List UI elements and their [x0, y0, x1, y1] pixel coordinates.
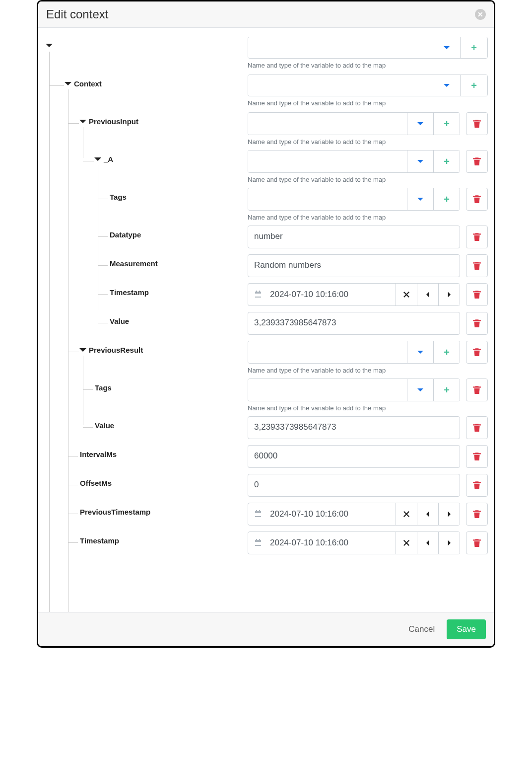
plus-icon: +: [444, 119, 450, 129]
timestamp-a-clear-button[interactable]: [396, 284, 417, 305]
root-variable-seg: +: [248, 37, 488, 59]
chevron-left-icon: [425, 291, 431, 298]
chevron-right-icon: [446, 291, 452, 298]
trash-icon: [472, 319, 481, 328]
timestamp-delete-button[interactable]: [466, 531, 488, 554]
previousinput-variable-name-input[interactable]: [248, 113, 407, 135]
tags-a-delete-button[interactable]: [466, 188, 488, 211]
offsetms-input[interactable]: 0: [248, 474, 460, 497]
timestamp-datetime-input[interactable]: 2024-07-10 10:16:00: [268, 532, 396, 554]
root-type-dropdown[interactable]: [433, 37, 460, 58]
previousresult-type-dropdown[interactable]: [407, 341, 433, 363]
tags-pr-variable-name-input[interactable]: [248, 379, 407, 401]
tree-label-intervalms: IntervalMs: [80, 450, 117, 458]
plus-icon: +: [444, 194, 450, 204]
previousresult-add-button[interactable]: +: [433, 341, 460, 363]
previousinput-add-button[interactable]: +: [433, 113, 460, 135]
trash-icon: [472, 195, 481, 204]
save-button[interactable]: Save: [447, 619, 486, 639]
tags-pr-delete-button[interactable]: [466, 378, 488, 401]
trash-icon: [472, 119, 481, 128]
chevron-left-icon: [425, 539, 431, 546]
calendar-icon: [248, 532, 268, 554]
chevron-down-icon[interactable]: [94, 155, 102, 163]
chevron-down-icon[interactable]: [79, 118, 87, 126]
close-icon: [403, 291, 410, 298]
previoustimestamp-clear-button[interactable]: [396, 503, 417, 525]
context-type-dropdown[interactable]: [433, 75, 460, 96]
chevron-down-icon: [416, 157, 424, 165]
intervalms-delete-button[interactable]: [466, 445, 488, 468]
dialog-footer: Cancel Save: [38, 612, 494, 646]
root-add-button[interactable]: +: [460, 37, 487, 58]
trash-icon: [472, 261, 481, 270]
tree-label-value-a: Value: [110, 317, 129, 325]
timestamp-a-delete-button[interactable]: [466, 283, 488, 306]
a-type-dropdown[interactable]: [407, 151, 433, 172]
chevron-down-icon: [443, 44, 451, 52]
previoustimestamp-prev-button[interactable]: [417, 503, 438, 525]
measurement-delete-button[interactable]: [466, 254, 488, 277]
measurement-input[interactable]: Random numbers: [248, 254, 460, 277]
tree-label-value-pr: Value: [95, 421, 114, 430]
helper-text: Name and type of the variable to add to …: [248, 138, 488, 146]
chevron-down-icon[interactable]: [64, 80, 72, 88]
previoustimestamp-datetime-input[interactable]: 2024-07-10 10:16:00: [268, 503, 396, 525]
timestamp-next-button[interactable]: [438, 532, 460, 554]
chevron-down-icon: [416, 195, 424, 203]
close-icon: [403, 539, 410, 546]
close-icon: ✕: [477, 11, 483, 18]
value-pr-input[interactable]: 3,2393373985647873: [248, 416, 460, 439]
datatype-delete-button[interactable]: [466, 226, 488, 248]
tags-a-type-dropdown[interactable]: [407, 188, 433, 210]
timestamp-prev-button[interactable]: [417, 532, 438, 554]
trash-icon: [472, 452, 481, 461]
dialog-body: + Name and type of the variable to add t…: [38, 28, 494, 612]
plus-icon: +: [444, 385, 450, 395]
tree-label-a: _A: [104, 155, 113, 163]
chevron-left-icon: [425, 511, 431, 518]
a-variable-name-input[interactable]: [248, 151, 407, 172]
timestamp-a-datetime-input[interactable]: 2024-07-10 10:16:00: [268, 284, 396, 305]
value-a-input[interactable]: 3,2393373985647873: [248, 312, 460, 335]
timestamp-a-next-button[interactable]: [438, 284, 460, 305]
previousinput-type-dropdown[interactable]: [407, 113, 433, 135]
helper-text: Name and type of the variable to add to …: [248, 214, 488, 221]
dialog-header: Edit context ✕: [38, 1, 494, 28]
tags-pr-type-dropdown[interactable]: [407, 379, 433, 401]
previousresult-variable-name-input[interactable]: [248, 341, 407, 363]
previousresult-delete-button[interactable]: [466, 341, 488, 364]
timestamp-clear-button[interactable]: [396, 532, 417, 554]
timestamp-a-prev-button[interactable]: [417, 284, 438, 305]
tags-a-variable-name-input[interactable]: [248, 188, 407, 210]
value-a-delete-button[interactable]: [466, 312, 488, 335]
close-icon: [403, 511, 410, 518]
plus-icon: +: [471, 43, 477, 53]
helper-text: Name and type of the variable to add to …: [248, 176, 488, 183]
context-variable-name-input[interactable]: [248, 75, 433, 96]
datatype-input[interactable]: number: [248, 226, 460, 248]
offsetms-delete-button[interactable]: [466, 474, 488, 497]
previoustimestamp-next-button[interactable]: [438, 503, 460, 525]
close-button[interactable]: ✕: [475, 9, 486, 20]
tags-a-add-button[interactable]: +: [433, 188, 460, 210]
chevron-down-icon: [416, 120, 424, 128]
trash-icon: [472, 385, 481, 394]
chevron-down-icon[interactable]: [45, 42, 53, 50]
previousinput-delete-button[interactable]: [466, 112, 488, 135]
cancel-button[interactable]: Cancel: [405, 624, 438, 635]
context-add-button[interactable]: +: [460, 75, 487, 96]
plus-icon: +: [444, 347, 450, 357]
root-variable-name-input[interactable]: [248, 37, 433, 58]
a-add-button[interactable]: +: [433, 151, 460, 172]
trash-icon: [472, 290, 481, 299]
intervalms-input[interactable]: 60000: [248, 445, 460, 468]
helper-text: Name and type of the variable to add to …: [248, 99, 488, 107]
a-delete-button[interactable]: [466, 150, 488, 173]
tags-pr-add-button[interactable]: +: [433, 379, 460, 401]
chevron-down-icon[interactable]: [79, 346, 87, 354]
trash-icon: [472, 348, 481, 357]
previoustimestamp-delete-button[interactable]: [466, 503, 488, 526]
value-pr-delete-button[interactable]: [466, 416, 488, 439]
tree-label-offsetms: OffsetMs: [80, 479, 112, 487]
